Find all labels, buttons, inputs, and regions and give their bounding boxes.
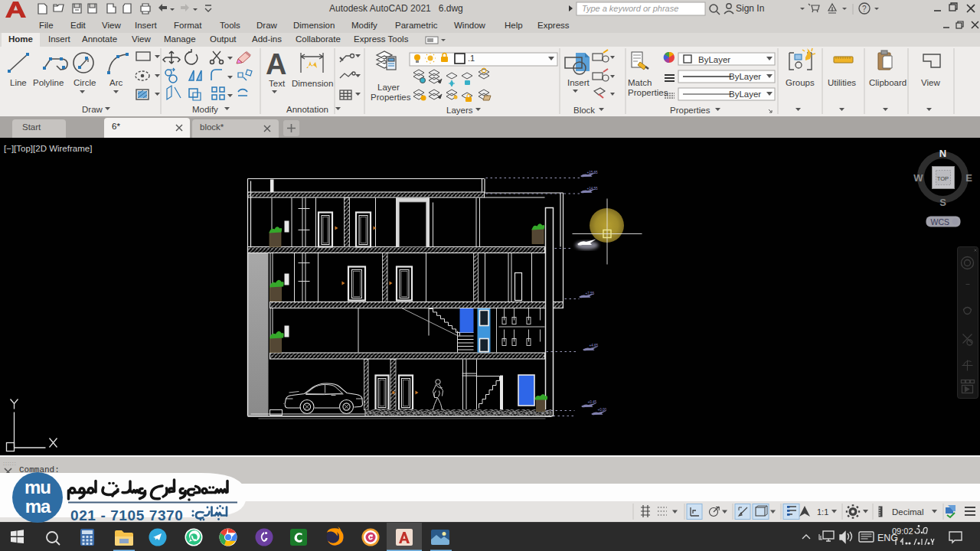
svg-text:Modify: Modify (192, 105, 218, 114)
svg-text:Type a keyword or phrase: Type a keyword or phrase (582, 4, 678, 13)
svg-text:Utilities: Utilities (828, 78, 856, 87)
svg-text:Line: Line (10, 78, 27, 87)
svg-text:Draw: Draw (82, 105, 103, 114)
svg-text:021 - 7105 7370: 021 - 7105 7370 (70, 507, 183, 523)
svg-text:A: A (266, 48, 286, 80)
svg-text:Sign In: Sign In (736, 3, 764, 14)
svg-text:+7.55: +7.55 (586, 292, 595, 295)
svg-text:Properties: Properties (670, 106, 710, 115)
svg-text:Groups: Groups (786, 78, 815, 87)
svg-text:Properties: Properties (628, 88, 668, 97)
svg-text:E: E (965, 172, 972, 184)
svg-text:+14.55: +14.55 (587, 187, 599, 191)
svg-text:N: N (939, 148, 946, 159)
svg-text:Annotation: Annotation (286, 105, 328, 114)
svg-text:ByLayer: ByLayer (729, 90, 761, 99)
svg-text:Text: Text (269, 79, 286, 88)
svg-text:Properties: Properties (371, 93, 411, 102)
svg-text:Layers: Layers (446, 106, 473, 115)
svg-text:Circle: Circle (74, 78, 96, 87)
svg-text:S: S (939, 197, 946, 208)
svg-text:Insert: Insert (567, 78, 590, 87)
svg-text:1:1: 1:1 (817, 507, 828, 517)
svg-text:+15.65: +15.65 (587, 171, 599, 174)
svg-text:ByLayer: ByLayer (729, 72, 761, 81)
svg-text:ma: ma (25, 496, 51, 517)
svg-text:?: ? (862, 5, 867, 13)
svg-text:Polyline: Polyline (33, 78, 64, 87)
svg-text:View: View (921, 78, 940, 87)
svg-text:Dimension: Dimension (292, 79, 333, 88)
svg-text:+4.65: +4.65 (590, 344, 599, 347)
svg-text:Match: Match (628, 78, 652, 87)
svg-text:Clipboard: Clipboard (869, 78, 906, 87)
svg-text:Block: Block (573, 106, 595, 115)
svg-text:Decimal: Decimal (892, 507, 924, 517)
svg-text:ByLayer: ByLayer (698, 55, 730, 64)
svg-text:Layer: Layer (377, 83, 400, 92)
svg-text:+0.45: +0.45 (588, 400, 597, 404)
svg-text:09:02: 09:02 (892, 527, 913, 536)
svg-text:WCS: WCS (931, 217, 950, 227)
svg-text:W: W (913, 172, 923, 184)
svg-text:mu: mu (24, 477, 51, 497)
svg-text:Arc: Arc (109, 78, 123, 87)
svg-text:.1: .1 (468, 54, 475, 63)
svg-text:+0.00: +0.00 (598, 408, 607, 412)
svg-text:TOP: TOP (937, 175, 949, 182)
